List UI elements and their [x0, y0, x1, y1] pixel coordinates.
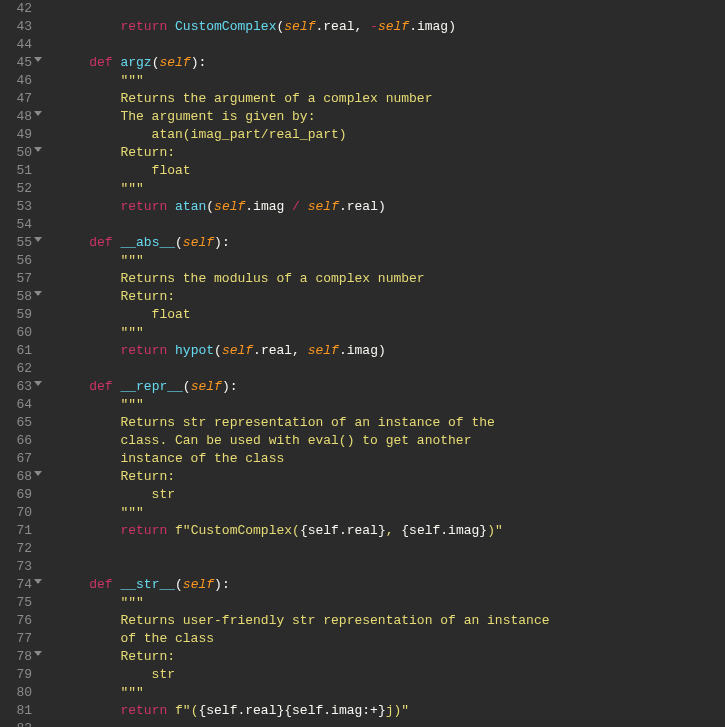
token-txt: .real, — [253, 343, 308, 358]
code-line[interactable] — [58, 36, 725, 54]
fold-toggle-icon[interactable] — [34, 147, 42, 152]
code-line[interactable]: def __abs__(self): — [58, 234, 725, 252]
token-self: self — [378, 19, 409, 34]
token-def: def — [89, 577, 112, 592]
code-line[interactable]: """ — [58, 180, 725, 198]
line-number-gutter: 4243444546474849505152535455565758596061… — [0, 0, 40, 727]
line-number: 80 — [10, 684, 32, 702]
line-number: 70 — [10, 504, 32, 522]
token-fn2: argz — [120, 55, 151, 70]
code-line[interactable]: """ — [58, 396, 725, 414]
fold-toggle-icon[interactable] — [34, 471, 42, 476]
line-number: 53 — [10, 198, 32, 216]
token-txt — [58, 199, 120, 214]
token-txt — [58, 397, 120, 412]
token-txt: .imag — [245, 199, 292, 214]
code-line[interactable]: Returns the argument of a complex number — [58, 90, 725, 108]
token-txt — [58, 73, 120, 88]
code-line[interactable] — [58, 360, 725, 378]
code-line[interactable] — [58, 216, 725, 234]
token-txt — [167, 523, 175, 538]
code-line[interactable]: """ — [58, 252, 725, 270]
code-line[interactable]: return CustomComplex(self.real, -self.im… — [58, 18, 725, 36]
code-line[interactable]: Return: — [58, 144, 725, 162]
code-line[interactable]: return f"CustomComplex({self.real}, {sel… — [58, 522, 725, 540]
code-line[interactable]: return atan(self.imag / self.real) — [58, 198, 725, 216]
line-number: 66 — [10, 432, 32, 450]
code-line[interactable] — [58, 0, 725, 18]
fold-toggle-icon[interactable] — [34, 381, 42, 386]
line-number: 79 — [10, 666, 32, 684]
token-self: self — [222, 343, 253, 358]
token-kw: return — [120, 523, 167, 538]
code-editor[interactable]: 4243444546474849505152535455565758596061… — [0, 0, 725, 727]
code-line[interactable]: return hypot(self.real, self.imag) — [58, 342, 725, 360]
token-def: def — [89, 379, 112, 394]
fold-toggle-icon[interactable] — [34, 111, 42, 116]
token-txt: {self.real}{self.imag:+} — [198, 703, 385, 718]
code-line[interactable] — [58, 558, 725, 576]
line-number: 67 — [10, 450, 32, 468]
line-number: 49 — [10, 126, 32, 144]
token-str: """ — [58, 505, 144, 520]
line-number: 55 — [10, 234, 32, 252]
token-str: j)" — [386, 703, 409, 718]
code-line[interactable]: float — [58, 162, 725, 180]
token-txt — [58, 577, 89, 592]
code-line[interactable]: Return: — [58, 288, 725, 306]
fold-toggle-icon[interactable] — [34, 237, 42, 242]
fold-toggle-icon[interactable] — [34, 291, 42, 296]
code-line[interactable]: atan(imag_part/real_part) — [58, 126, 725, 144]
fold-toggle-icon[interactable] — [34, 57, 42, 62]
code-line[interactable]: Returns str representation of an instanc… — [58, 414, 725, 432]
code-line[interactable]: return f"({self.real}{self.imag:+}j)" — [58, 702, 725, 720]
code-line[interactable]: class. Can be used with eval() to get an… — [58, 432, 725, 450]
token-str: """ — [120, 253, 143, 268]
code-line[interactable]: def __str__(self): — [58, 576, 725, 594]
token-txt: .imag) — [339, 343, 386, 358]
code-line[interactable]: def argz(self): — [58, 54, 725, 72]
code-line[interactable]: instance of the class — [58, 450, 725, 468]
token-str: float — [58, 307, 191, 322]
code-line[interactable]: """ — [58, 684, 725, 702]
code-line[interactable]: str — [58, 666, 725, 684]
code-line[interactable]: Return: — [58, 468, 725, 486]
code-line[interactable] — [58, 540, 725, 558]
token-str: atan(imag_part/real_part) — [58, 127, 347, 142]
line-number: 42 — [10, 0, 32, 18]
token-str: """ — [58, 325, 144, 340]
token-str: Returns the argument of a complex number — [58, 91, 432, 106]
code-area[interactable]: return CustomComplex(self.real, -self.im… — [40, 0, 725, 727]
token-str: Returns user-friendly str representation… — [58, 613, 549, 628]
token-self: self — [183, 577, 214, 592]
code-line[interactable]: """ — [58, 594, 725, 612]
line-number: 45 — [10, 54, 32, 72]
code-line[interactable]: """ — [58, 72, 725, 90]
fold-toggle-icon[interactable] — [34, 579, 42, 584]
token-txt — [167, 199, 175, 214]
fold-toggle-icon[interactable] — [34, 651, 42, 656]
token-str: )" — [487, 523, 503, 538]
code-line[interactable]: Returns the modulus of a complex number — [58, 270, 725, 288]
token-txt — [58, 703, 120, 718]
token-punct: ( — [214, 343, 222, 358]
code-line[interactable] — [58, 720, 725, 727]
code-line[interactable]: str — [58, 486, 725, 504]
code-line[interactable]: Return: — [58, 648, 725, 666]
token-self: self — [214, 199, 245, 214]
token-str: Return: — [58, 289, 175, 304]
code-line[interactable]: def __repr__(self): — [58, 378, 725, 396]
token-txt — [167, 343, 175, 358]
token-fn: CustomComplex — [175, 19, 276, 34]
token-txt: {self.imag} — [401, 523, 487, 538]
code-line[interactable]: """ — [58, 324, 725, 342]
code-line[interactable]: Returns user-friendly str representation… — [58, 612, 725, 630]
code-line[interactable]: float — [58, 306, 725, 324]
code-line[interactable]: The argument is given by: — [58, 108, 725, 126]
token-txt: ): — [191, 55, 207, 70]
token-str: of the class — [58, 631, 214, 646]
token-str: Return: — [58, 469, 175, 484]
code-line[interactable]: of the class — [58, 630, 725, 648]
token-punct: ( — [175, 577, 183, 592]
code-line[interactable]: """ — [58, 504, 725, 522]
